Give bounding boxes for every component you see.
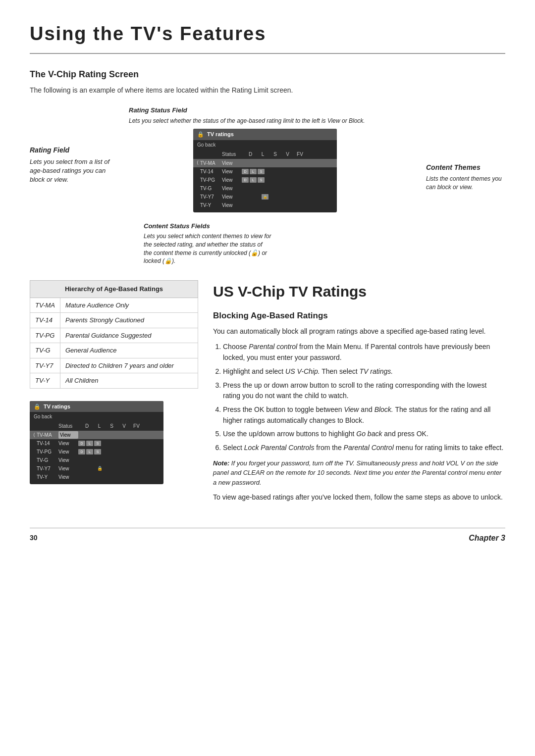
col-v-header: V [281, 151, 294, 158]
content-themes-title: Content Themes [426, 162, 505, 173]
vchip-diagram: Rating Field Lets you select from a list… [30, 105, 505, 265]
table-cell-desc: Parents Strongly Cautioned [60, 313, 198, 328]
tv-ratings-title: TV ratings [207, 130, 234, 139]
tv-ratings-columns2: Status D L S V FV [30, 421, 163, 431]
table-row: TV-Y7 Directed to Children 7 years and o… [30, 358, 198, 373]
content-status-label: Content Status Fields [144, 221, 271, 231]
tv-ratings-row-tvy[interactable]: TV-Y View [193, 201, 337, 209]
hierarchy-table-heading: Hierarchy of Age-Based Ratings [30, 281, 198, 298]
icon-d: D [242, 169, 249, 174]
tv-ratings-box2: 🔒 TV ratings Go back Status D L S V FV (… [30, 401, 163, 485]
table-cell-code: TV-G [30, 343, 60, 358]
rating-field-text: Lets you select from a list of age-based… [30, 157, 114, 185]
tv-ratings-row-tvg[interactable]: TV-G View [193, 184, 337, 193]
col-d-header: D [244, 151, 257, 158]
row-arrow-tvma: ( [195, 159, 200, 166]
icon-d2: D [242, 177, 249, 183]
table-cell-code: TV-PG [30, 328, 60, 343]
tv-ratings-row-tvy7[interactable]: TV-Y7 View 🔒 [193, 193, 337, 201]
icon-s2: S [258, 177, 265, 183]
content-status-subtext: Lets you select which content themes to … [144, 232, 271, 265]
tv-ratings-goback: Go back [193, 140, 337, 150]
center-diagram: Rating Status Field Lets you select whet… [114, 105, 416, 265]
tv-ratings-row2-tvg[interactable]: TV-G View [30, 456, 163, 464]
tv-ratings-title2: TV ratings [44, 403, 70, 411]
hierarchy-table: Hierarchy of Age-Based Ratings TV-MA Mat… [30, 280, 198, 389]
tv-ratings-row2-tvy[interactable]: TV-Y View [30, 473, 163, 481]
icon-l2: L [250, 177, 257, 183]
list-item: Press the up or down arrow button to scr… [223, 380, 505, 402]
icon-v-lock: 🔒 [262, 194, 268, 200]
table-row: TV-PG Parental Guidance Suggested [30, 328, 198, 343]
table-cell-code: TV-Y7 [30, 358, 60, 373]
blocking-intro: You can automatically block all program … [213, 326, 505, 337]
col-l-header: L [257, 151, 269, 158]
right-column: US V-Chip TV Ratings Blocking Age-Based … [213, 280, 505, 508]
table-cell-code: TV-MA [30, 298, 60, 313]
content-themes-text: Lists the content themes you can block o… [426, 175, 505, 192]
tv-ratings-columns: Status D L S V FV [193, 150, 337, 159]
blocking-heading: Blocking Age-Based Ratings [213, 309, 505, 322]
tv-ratings-header2: 🔒 TV ratings [30, 401, 163, 412]
table-row: TV-G General Audience [30, 343, 198, 358]
tv-ratings-row-tvpg[interactable]: TV-PG View D L S [193, 176, 337, 184]
final-text: To view age-based ratings after you've l… [213, 492, 505, 503]
tv-ratings-box: 🔒 TV ratings Go back Status D L S V FV (… [193, 129, 337, 212]
tv-ratings-row-tvma[interactable]: ( TV-MA View [193, 159, 337, 167]
content-themes-annotation: Content Themes Lists the content themes … [416, 105, 505, 192]
icon-s: S [258, 169, 265, 174]
intro-text: The following is an example of where ite… [30, 85, 505, 96]
note-text: Note: If you forget your password, turn … [213, 458, 505, 488]
table-row: TV-Y All Children [30, 373, 198, 389]
tv-ratings-row2-tvy7[interactable]: TV-Y7 View 🔒 [30, 464, 163, 473]
rating-field-title: Rating Field [30, 145, 114, 155]
col-status-header: Status [222, 151, 244, 158]
vchip-section-heading: The V-Chip Rating Screen [30, 68, 505, 81]
footer-chapter: Chapter 3 [469, 532, 505, 544]
table-row: TV-MA Mature Audience Only [30, 298, 198, 313]
note-bold: Note: [213, 459, 229, 467]
lock-icon: 🔒 [197, 130, 204, 139]
tv-ratings-header: 🔒 TV ratings [193, 129, 337, 140]
table-cell-desc: General Audience [60, 343, 198, 358]
list-item: Press the OK button to toggle between Vi… [223, 404, 505, 426]
table-cell-desc: Parental Guidance Suggested [60, 328, 198, 343]
lock-icon2: 🔒 [34, 403, 41, 411]
steps-list: Choose Parental control from the Main Me… [223, 342, 505, 453]
list-item: Use the up/down arrow buttons to highlig… [223, 429, 505, 440]
us-vchip-heading: US V-Chip TV Ratings [213, 280, 505, 302]
table-cell-code: TV-14 [30, 313, 60, 328]
left-column: Hierarchy of Age-Based Ratings TV-MA Mat… [30, 280, 198, 508]
icon-l: L [250, 169, 257, 174]
lower-section: Hierarchy of Age-Based Ratings TV-MA Mat… [30, 280, 505, 508]
rating-field-annotation: Rating Field Lets you select from a list… [30, 105, 114, 185]
table-cell-code: TV-Y [30, 373, 60, 389]
tv-ratings-row-tv14[interactable]: TV-14 View D L S [193, 167, 337, 176]
list-item: Select Lock Parental Controls from the P… [223, 443, 505, 454]
page-title: Using the TV's Features [30, 20, 505, 54]
table-cell-desc: Directed to Children 7 years and older [60, 358, 198, 373]
tv-ratings-row2-tv14[interactable]: TV-14 View D L S [30, 439, 163, 448]
tv-ratings-row2-tvpg[interactable]: TV-PG View D L S [30, 448, 163, 456]
tv-ratings-row2-tvma[interactable]: ( TV-MA View [30, 431, 163, 439]
list-item: Highlight and select US V-Chip. Then sel… [223, 366, 505, 377]
table-cell-desc: All Children [60, 373, 198, 389]
list-item: Choose Parental control from the Main Me… [223, 342, 505, 363]
page-footer: 30 Chapter 3 [30, 528, 505, 544]
table-row: TV-14 Parents Strongly Cautioned [30, 313, 198, 328]
rating-status-label: Rating Status Field [129, 105, 187, 115]
col-s-header: S [269, 151, 281, 158]
rating-status-subtext: Lets you select whether the status of th… [129, 117, 365, 125]
footer-page-number: 30 [30, 533, 38, 543]
tv-ratings-goback2: Go back [30, 412, 163, 421]
note-body: If you forget your password, turn off th… [213, 459, 501, 486]
table-cell-desc: Mature Audience Only [60, 298, 198, 313]
col-fv-header: FV [294, 151, 306, 158]
